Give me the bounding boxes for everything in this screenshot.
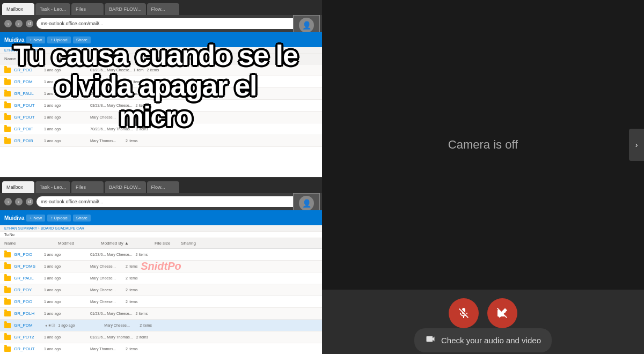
browser-bar-bottom: ‹ › ↺ ms-outlook.office.com/mail/... xyxy=(0,193,322,210)
tab-bard-bottom[interactable]: BARD FLOW... xyxy=(105,181,146,193)
tab-flow-bottom[interactable]: Flow... xyxy=(147,181,179,193)
folder-icon xyxy=(4,335,11,340)
side-panel-toggle[interactable]: › xyxy=(629,129,644,161)
forward-btn[interactable]: › xyxy=(15,20,23,27)
file-content-bottom: Muidiva + New ↑ Upload Share ETHAN SUMMA… xyxy=(0,210,322,354)
folder-icon xyxy=(4,138,11,144)
app-name-bottom: Muidiva xyxy=(4,215,24,221)
left-panel: Mailbox Task - Leo... Files BARD FLOW...… xyxy=(0,0,322,354)
breadcrumb-bottom: ETHAN SUMMARY › BOARD GUADALPE CAR xyxy=(0,225,322,232)
video-area: Camera is off › xyxy=(322,0,644,290)
file-row-9-bottom: GR_POUT 1 ano ago Mary Thomas... 2 items xyxy=(0,343,322,354)
folder-icon xyxy=(4,252,11,257)
folder-icon xyxy=(4,346,11,352)
camera-off-icon xyxy=(496,307,509,320)
bottom-controls: Check your audio and video xyxy=(322,290,644,354)
avatar-top: 👤 xyxy=(299,18,314,33)
tab-files-bottom[interactable]: Files xyxy=(71,181,104,193)
folder-icon xyxy=(4,276,11,281)
chevron-right-icon: › xyxy=(635,141,638,149)
browser-chrome-top: Mailbox Task - Leo... Files BARD FLOW...… xyxy=(0,0,322,32)
tab-flow[interactable]: Flow... xyxy=(147,3,179,15)
folder-icon xyxy=(4,323,11,328)
tab-task[interactable]: Task - Leo... xyxy=(35,3,70,15)
meme-overlay: Tu causa cuando se le olvida apagar el m… xyxy=(0,35,311,138)
file-row-1-bottom: GR_POO 1 ano ago 01/23/6... Mary Cheese.… xyxy=(0,249,322,261)
browser-tabs-bottom: Mailbox Task - Leo... Files BARD FLOW...… xyxy=(0,178,322,193)
back-btn[interactable]: ‹ xyxy=(4,20,12,27)
tab-bard[interactable]: BARD FLOW... xyxy=(105,3,146,15)
file-row-8-bottom: GR_POT2 1 ano ago 01/23/6... Mary Thomas… xyxy=(0,331,322,343)
file-row-4-bottom: GR_POY 1 ano ago Mary Cheese... 2 items xyxy=(0,284,322,296)
meme-text-2: olvida apagar el xyxy=(5,71,306,101)
browser-chrome-bottom: Mailbox Task - Leo... Files BARD FLOW...… xyxy=(0,178,322,210)
top-screenshot: Mailbox Task - Leo... Files BARD FLOW...… xyxy=(0,0,322,177)
bottom-screenshot: Mailbox Task - Leo... Files BARD FLOW...… xyxy=(0,177,322,354)
header-row-bottom: Name Modified Modified By ▲ File size Sh… xyxy=(0,238,322,249)
browser-bar-top: ‹ › ↺ ms-outlook.office.com/mail/... xyxy=(0,15,322,32)
forward-btn-b[interactable]: › xyxy=(15,198,23,205)
toolbar-bottom: Muidiva + New ↑ Upload Share xyxy=(0,210,322,225)
folder-icon xyxy=(4,311,11,316)
subfolder-label: Tu No xyxy=(0,232,322,238)
mic-muted-icon xyxy=(457,307,470,320)
address-bar-bottom[interactable]: ms-outlook.office.com/mail/... xyxy=(36,196,318,207)
control-buttons-row xyxy=(449,298,517,328)
tab-files[interactable]: Files xyxy=(71,3,104,15)
avatar-bottom: 👤 xyxy=(299,196,314,211)
file-row-6-bottom: GR_POLH 1 ano ago 01/23/6... Mary Cheese… xyxy=(0,308,322,320)
address-bar-top[interactable]: ms-outlook.office.com/mail/... xyxy=(36,18,318,29)
camera-off-label: Camera is off xyxy=(448,138,518,152)
new-btn-bottom[interactable]: + New xyxy=(26,215,45,222)
check-audio-label: Check your audio and video xyxy=(441,336,541,345)
meme-text: Tu causa cuando se le xyxy=(5,40,306,71)
mute-mic-button[interactable] xyxy=(449,298,479,328)
tab-mailbox-bottom[interactable]: Mailbox xyxy=(2,181,34,193)
check-audio-button[interactable]: Check your audio and video xyxy=(414,328,552,352)
file-row-5-bottom: GR_POO 1 ano ago Mary Cheese... 2 items xyxy=(0,296,322,308)
refresh-btn[interactable]: ↺ xyxy=(26,20,33,27)
file-row-7-bottom-highlighted: GR_POM ● ■ ☑ 1 ago ago Mary Cheese... 2 … xyxy=(0,320,322,331)
back-btn-b[interactable]: ‹ xyxy=(4,198,12,205)
toggle-camera-button[interactable] xyxy=(487,298,517,328)
upload-btn-bottom[interactable]: ↑ Upload xyxy=(47,215,71,222)
share-btn-bottom[interactable]: Share xyxy=(73,215,91,222)
browser-tabs-top: Mailbox Task - Leo... Files BARD FLOW...… xyxy=(0,0,322,15)
folder-icon xyxy=(4,299,11,305)
tab-mailbox[interactable]: Mailbox xyxy=(2,3,34,15)
right-panel: Camera is off › xyxy=(322,0,644,354)
file-row-3-bottom: GR_PAUL 1 ano ago Mary Cheese... 2 items xyxy=(0,272,322,284)
folder-icon xyxy=(4,287,11,293)
watermark: SnidtPo xyxy=(141,260,181,272)
folder-icon xyxy=(4,264,11,269)
check-audio-icon xyxy=(425,334,436,347)
tab-task-bottom[interactable]: Task - Leo... xyxy=(35,181,70,193)
meme-text-3: micro xyxy=(5,101,306,132)
refresh-btn-b[interactable]: ↺ xyxy=(26,198,33,205)
